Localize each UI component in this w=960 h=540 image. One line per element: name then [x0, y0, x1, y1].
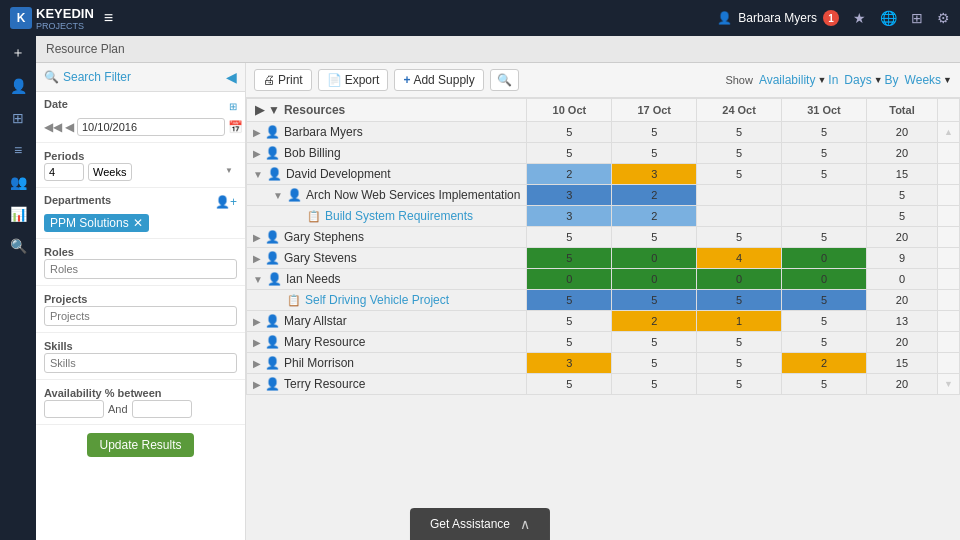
user-icon: 👤	[717, 11, 732, 25]
grid-icon[interactable]: ⊞	[12, 110, 24, 126]
get-assistance-bar[interactable]: Get Assistance ∧	[410, 508, 550, 540]
person-icon: 👤	[267, 167, 282, 181]
row-expand-icon[interactable]: ▶	[253, 316, 261, 327]
date-prev-small-icon[interactable]: ◀	[65, 120, 74, 134]
table-row[interactable]: ▶👤Barbara Myers555520▲	[247, 122, 960, 143]
value-cell: 5	[527, 332, 612, 353]
value-cell: 0	[782, 269, 867, 290]
add-supply-button[interactable]: + Add Supply	[394, 69, 483, 91]
weeks-label: Weeks	[905, 73, 941, 87]
plus-icon[interactable]: ＋	[11, 44, 25, 62]
row-expand-icon[interactable]: ▼	[273, 190, 283, 201]
chart-icon[interactable]: 📊	[10, 206, 27, 222]
days-by-dropdown[interactable]: Days ▼ By	[844, 73, 898, 87]
grid-menu-icon[interactable]: ⊞	[911, 10, 923, 26]
search-filter-box[interactable]: 🔍 Search Filter	[44, 70, 226, 84]
row-expand-icon[interactable]: ▶	[253, 379, 261, 390]
total-cell: 15	[866, 353, 937, 374]
filter-collapse-icon[interactable]: ◀	[226, 69, 237, 85]
notification-badge[interactable]: 1	[823, 10, 839, 26]
user-info[interactable]: 👤 Barbara Myers 1	[717, 10, 839, 26]
table-row[interactable]: ▶👤Gary Stevens50409	[247, 248, 960, 269]
table-row[interactable]: ▶👤Bob Billing555520	[247, 143, 960, 164]
row-expand-icon[interactable]: ▶	[253, 253, 261, 264]
row-expand-icon[interactable]: ▶	[253, 148, 261, 159]
toolbar-search-button[interactable]: 🔍	[490, 69, 519, 91]
date-row: ◀◀ ◀ 📅 ▶	[44, 118, 237, 136]
person-icon: 👤	[265, 335, 280, 349]
weeks-dropdown[interactable]: Weeks ▼	[905, 73, 952, 87]
task-icon: 📋	[287, 294, 301, 307]
periods-section: Periods Weeks	[36, 143, 245, 188]
in-label: In	[828, 73, 838, 87]
gear-icon[interactable]: ⚙	[937, 10, 950, 26]
calendar-icon[interactable]: 📅	[228, 120, 243, 134]
person-nav-icon[interactable]: 👤	[10, 78, 27, 94]
availability-row: And	[44, 400, 237, 418]
table-row[interactable]: 📋Self Driving Vehicle Project555520	[247, 290, 960, 311]
row-expand-icon[interactable]: ▶	[253, 337, 261, 348]
value-cell: 5	[782, 227, 867, 248]
person-icon: 👤	[265, 230, 280, 244]
value-cell: 5	[612, 290, 697, 311]
row-expand-icon[interactable]: ▼	[253, 274, 263, 285]
logo[interactable]: K KEYEDIN PROJECTS	[10, 6, 94, 31]
department-tag-close[interactable]: ✕	[133, 216, 143, 230]
col-expand-all-icon[interactable]: ▶	[255, 103, 264, 117]
row-expand-icon[interactable]: ▶	[253, 232, 261, 243]
weeks-arrow: ▼	[943, 75, 952, 85]
value-cell: 5	[782, 164, 867, 185]
projects-input[interactable]	[44, 306, 237, 326]
total-cell: 20	[866, 227, 937, 248]
globe-icon[interactable]: 🌐	[880, 10, 897, 26]
filter-sidebar: 🔍 Search Filter ◀ Date ⊞ ◀◀ ◀ 📅 ▶	[36, 63, 246, 540]
export-button[interactable]: 📄 Export	[318, 69, 389, 91]
availability-max-input[interactable]	[132, 400, 192, 418]
date-settings-icon[interactable]: ⊞	[229, 101, 237, 112]
search-nav-icon[interactable]: 🔍	[10, 238, 27, 254]
periods-unit-select[interactable]: Weeks	[88, 163, 132, 181]
value-cell	[782, 206, 867, 227]
table-row[interactable]: ▼👤Arch Now Web Services Implementation32…	[247, 185, 960, 206]
value-cell: 5	[612, 143, 697, 164]
table-row[interactable]: ▶👤Terry Resource555520▼	[247, 374, 960, 395]
add-department-icon[interactable]: 👤+	[215, 195, 237, 209]
table-row[interactable]: ▶👤Phil Morrison355215	[247, 353, 960, 374]
value-cell	[782, 185, 867, 206]
scroll-indicator-cell	[938, 290, 960, 311]
availability-in-label: Availability	[759, 73, 815, 87]
value-cell: 5	[612, 332, 697, 353]
table-row[interactable]: ▶👤Gary Stephens555520	[247, 227, 960, 248]
print-button[interactable]: 🖨 Print	[254, 69, 312, 91]
sliders-icon[interactable]: ≡	[14, 142, 22, 158]
table-row[interactable]: ▼👤David Development235515	[247, 164, 960, 185]
value-cell: 4	[697, 248, 782, 269]
grid-container[interactable]: ▶ ▼ Resources 10 Oct 17 Oct 24 Oct 31 Oc…	[246, 98, 960, 540]
table-row[interactable]: ▼👤Ian Needs00000	[247, 269, 960, 290]
add-icon: +	[403, 73, 410, 87]
by-label: By	[885, 73, 899, 87]
hamburger-menu-icon[interactable]: ≡	[104, 9, 113, 27]
row-expand-icon[interactable]: ▶	[253, 358, 261, 369]
star-icon[interactable]: ★	[853, 10, 866, 26]
row-expand-icon[interactable]: ▼	[253, 169, 263, 180]
add-supply-label: Add Supply	[413, 73, 474, 87]
table-row[interactable]: 📋Build System Requirements325	[247, 206, 960, 227]
row-expand-icon[interactable]: ▶	[253, 127, 261, 138]
projects-section: Projects	[36, 286, 245, 333]
periods-number-input[interactable]	[44, 163, 84, 181]
table-row[interactable]: ▶👤Mary Resource555520	[247, 332, 960, 353]
date-input[interactable]	[77, 118, 225, 136]
group-icon[interactable]: 👥	[10, 174, 27, 190]
table-row[interactable]: ▶👤Mary Allstar521513	[247, 311, 960, 332]
update-results-button[interactable]: Update Results	[87, 433, 193, 457]
value-cell: 3	[527, 185, 612, 206]
roles-input[interactable]	[44, 259, 237, 279]
total-cell: 9	[866, 248, 937, 269]
date-prev-icon[interactable]: ◀◀	[44, 120, 62, 134]
resource-name: Arch Now Web Services Implementation	[306, 188, 521, 202]
availability-min-input[interactable]	[44, 400, 104, 418]
skills-input[interactable]	[44, 353, 237, 373]
availability-in-dropdown[interactable]: Availability ▼ In	[759, 73, 838, 87]
value-cell: 0	[527, 269, 612, 290]
